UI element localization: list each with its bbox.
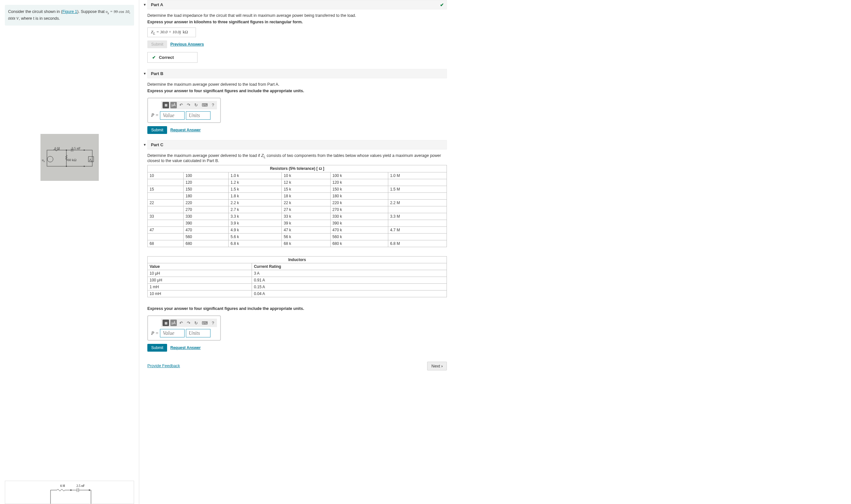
table-cell: 0.15 A: [252, 284, 447, 290]
table-row: 5605.6 k56 k560 k: [147, 234, 447, 240]
undo-icon[interactable]: ↶: [178, 103, 184, 107]
part-c-request-answer-link[interactable]: Request Answer: [170, 345, 201, 350]
table-cell: 6.8 k: [229, 240, 282, 247]
table-cell: 560 k: [330, 234, 388, 240]
part-b-instruction: Express your answer to four significant …: [147, 89, 447, 93]
next-button[interactable]: Next ›: [427, 362, 447, 371]
table-cell: [147, 193, 184, 200]
check-icon: ✔: [440, 2, 444, 7]
svg-point-16: [89, 489, 90, 491]
part-b-prompt: Determine the maximum average power deli…: [147, 82, 447, 87]
figure-link[interactable]: Figure 1: [62, 10, 77, 14]
part-c-value-input[interactable]: [160, 329, 185, 337]
help-icon[interactable]: ?: [210, 103, 215, 107]
part-a-submit-button: Submit: [147, 40, 167, 48]
table-cell: 22: [147, 200, 184, 206]
part-c-units-input[interactable]: [186, 329, 210, 337]
figure-image: 6 H 2.5 nF 60 kΩ υs ZL: [40, 134, 99, 181]
table-cell: 470: [183, 227, 228, 234]
table-cell: 330 k: [330, 213, 388, 220]
table-cell: 3.9 k: [229, 220, 282, 227]
table-row: 2702.7 k27 k270 k: [147, 206, 447, 213]
part-b-request-answer-link[interactable]: Request Answer: [170, 128, 201, 132]
intro-post: ). Suppose that: [77, 10, 106, 14]
table-cell: 10 k: [282, 173, 330, 179]
table-row: 10 mH0.04 A: [147, 290, 447, 297]
panel-ind-label: 6 H: [60, 484, 65, 487]
part-b: ▼ Part B Determine the maximum average p…: [147, 69, 447, 136]
part-a-answer: ZL = 30.0 + 10.0j kΩ: [147, 28, 196, 37]
part-a-correct-box: ✔ Correct: [147, 52, 197, 63]
table-row: 1 mH0.15 A: [147, 284, 447, 290]
caret-down-icon: ▼: [143, 3, 146, 6]
table-cell: 220 k: [330, 200, 388, 206]
table-row: 100 μH0.91 A: [147, 277, 447, 284]
part-c-submit-button[interactable]: Submit: [147, 344, 167, 352]
inductors-table: Inductors Value Current Rating 10 μH3 A1…: [147, 256, 447, 297]
table-row: 333303.3 k33 k330 k3.3 M: [147, 213, 447, 220]
reset-icon[interactable]: ↻: [193, 321, 199, 325]
part-b-input-box: ▦ μÅ ↶ ↷ ↻ ⌨ ? P =: [147, 98, 221, 123]
part-c-instruction: Express your answer to four significant …: [147, 306, 447, 311]
template-icon[interactable]: ▦: [162, 320, 169, 326]
part-c-title: Part C: [151, 142, 163, 147]
table-cell: 2.2 M: [388, 200, 447, 206]
table-cell: 220: [183, 200, 228, 206]
part-a-previous-answers-link[interactable]: Previous Answers: [170, 42, 204, 47]
table-cell: 15 k: [282, 186, 330, 193]
part-c-header[interactable]: ▼ Part C: [147, 140, 447, 149]
help-icon[interactable]: ?: [210, 321, 215, 325]
table-cell: [147, 206, 184, 213]
table-cell: 68 k: [282, 240, 330, 247]
table-cell: 2.7 k: [229, 206, 282, 213]
table-cell: 1.8 k: [229, 193, 282, 200]
table-cell: [147, 234, 184, 240]
label-load: ZL: [89, 158, 93, 163]
provide-feedback-link[interactable]: Provide Feedback: [147, 364, 180, 368]
svg-point-1: [47, 156, 53, 162]
label-capacitor: 2.5 nF: [72, 146, 81, 150]
table-cell: 150: [183, 186, 228, 193]
table-cell: 4.7 M: [388, 227, 447, 234]
part-b-units-input[interactable]: [186, 111, 210, 120]
keyboard-icon[interactable]: ⌨: [201, 103, 209, 107]
part-b-header[interactable]: ▼ Part B: [147, 69, 447, 78]
svg-point-6: [66, 149, 67, 151]
table-cell: 100 μH: [147, 277, 252, 284]
reset-icon[interactable]: ↻: [193, 103, 199, 107]
symbols-icon[interactable]: μÅ: [170, 102, 177, 108]
table-row: 686806.8 k68 k680 k6.8 M: [147, 240, 447, 247]
left-panel: Consider the circuit shown in (Figure 1)…: [0, 0, 139, 504]
template-icon[interactable]: ▦: [162, 102, 169, 108]
table-cell: 680 k: [330, 240, 388, 247]
symbols-icon[interactable]: μÅ: [170, 320, 177, 326]
table-cell: [388, 234, 447, 240]
table-cell: 6.8 M: [388, 240, 447, 247]
table-cell: [388, 179, 447, 186]
table-cell: 680: [183, 240, 228, 247]
table-cell: 1 mH: [147, 284, 252, 290]
table-cell: 33 k: [282, 213, 330, 220]
part-c: ▼ Part C Determine the maximum average p…: [147, 140, 447, 354]
keyboard-icon[interactable]: ⌨: [201, 321, 209, 325]
part-b-value-input[interactable]: [160, 111, 185, 120]
table-cell: [147, 220, 184, 227]
redo-icon[interactable]: ↷: [186, 321, 192, 325]
intro-box: Consider the circuit shown in (Figure 1)…: [5, 5, 134, 25]
inductors-header-rating: Current Rating: [252, 263, 447, 270]
table-cell: 270 k: [330, 206, 388, 213]
answer-toolbar: ▦ μÅ ↶ ↷ ↻ ⌨ ?: [161, 101, 217, 109]
table-cell: 270: [183, 206, 228, 213]
table-cell: 15: [147, 186, 184, 193]
table-cell: 39 k: [282, 220, 330, 227]
part-b-submit-button[interactable]: Submit: [147, 126, 167, 134]
redo-icon[interactable]: ↷: [186, 103, 192, 107]
table-cell: 22 k: [282, 200, 330, 206]
table-cell: 560: [183, 234, 228, 240]
table-cell: 10: [147, 173, 184, 179]
part-a-header[interactable]: ▼ Part A ✔: [147, 0, 447, 10]
table-cell: 12 k: [282, 179, 330, 186]
undo-icon[interactable]: ↶: [178, 321, 184, 325]
label-inductor: 6 H: [55, 146, 60, 150]
caret-down-icon: ▼: [143, 72, 146, 75]
